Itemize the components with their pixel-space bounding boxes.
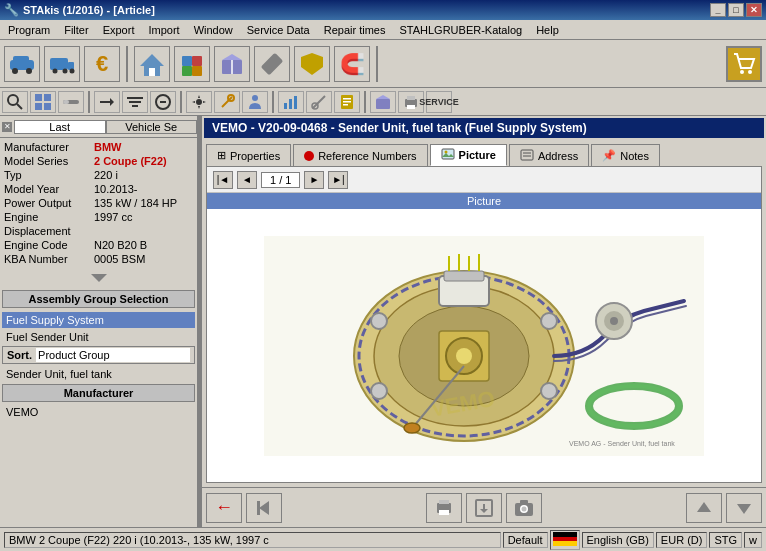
- tb2-grid-icon[interactable]: [30, 91, 56, 113]
- status-language: English (GB): [582, 532, 654, 548]
- power-label: Power Output: [4, 197, 94, 209]
- tab-reference-numbers[interactable]: Reference Numbers: [293, 144, 427, 166]
- tab-address[interactable]: Address: [509, 144, 589, 166]
- menu-help[interactable]: Help: [530, 22, 565, 38]
- vehicle-info: Manufacturer BMW Model Series 2 Coupe (F…: [0, 138, 197, 268]
- kba-label: KBA Number: [4, 253, 94, 265]
- toolbar-sep-2: [376, 46, 378, 82]
- tab-last[interactable]: Last: [14, 120, 106, 134]
- typ-value: 220 i: [94, 169, 118, 181]
- sort-value: Product Group: [36, 348, 190, 362]
- tb2-circle-icon[interactable]: [150, 91, 176, 113]
- tb2-sep-1: [88, 91, 90, 113]
- up-button[interactable]: [686, 493, 722, 523]
- fuel-sender-item[interactable]: Fuel Sender Unit: [0, 330, 197, 344]
- tb2-filter-icon[interactable]: [122, 91, 148, 113]
- camera-button[interactable]: [506, 493, 542, 523]
- toolbar-magnet-icon[interactable]: 🧲: [334, 46, 370, 82]
- vemo-item[interactable]: VEMO: [0, 404, 197, 420]
- minimize-button[interactable]: _: [710, 3, 726, 17]
- bottom-toolbar: ←: [202, 487, 766, 527]
- menu-program[interactable]: Program: [2, 22, 56, 38]
- tb2-book-icon[interactable]: [334, 91, 360, 113]
- product-image-svg: VEMO VEMO AG - Sender Unit, fuel tank: [264, 236, 704, 456]
- toolbar-package-icon[interactable]: [214, 46, 250, 82]
- tab-picture[interactable]: Picture: [430, 144, 507, 166]
- picture-nav-bar: |◄ ◄ 1 / 1 ► ►|: [207, 167, 761, 193]
- tb2-gear-icon[interactable]: [186, 91, 212, 113]
- svg-rect-92: [439, 500, 449, 504]
- tb2-tools-icon[interactable]: [306, 91, 332, 113]
- assembly-group-section: Assembly Group Selection: [2, 290, 195, 308]
- assembly-group-item[interactable]: Fuel Supply System: [2, 312, 195, 328]
- address-icon: [520, 149, 534, 163]
- menu-window[interactable]: Window: [188, 22, 239, 38]
- menu-repair-times[interactable]: Repair times: [318, 22, 392, 38]
- picture-section-label: Picture: [207, 193, 761, 209]
- svg-text:VEMO AG - Sender Unit, fuel ta: VEMO AG - Sender Unit, fuel tank: [569, 440, 675, 447]
- tb2-box-icon[interactable]: [370, 91, 396, 113]
- toolbar-car-icon[interactable]: [4, 46, 40, 82]
- menu-filter[interactable]: Filter: [58, 22, 94, 38]
- title-controls: _ □ ✕: [710, 3, 762, 17]
- toolbar-euro-icon[interactable]: €: [84, 46, 120, 82]
- german-flag-icon: [553, 532, 577, 546]
- toolbar-parts-icon[interactable]: [174, 46, 210, 82]
- svg-point-70: [541, 383, 557, 399]
- tab-properties-label: Properties: [230, 150, 280, 162]
- toolbar-cart-icon[interactable]: [726, 46, 762, 82]
- svg-point-8: [70, 68, 75, 73]
- menu-service-data[interactable]: Service Data: [241, 22, 316, 38]
- export-button[interactable]: [466, 493, 502, 523]
- model-year-label: Model Year: [4, 183, 94, 195]
- toolbar-shield-icon[interactable]: [294, 46, 330, 82]
- tb2-arrow-icon[interactable]: [94, 91, 120, 113]
- secondary-toolbar: SERVICE: [0, 88, 766, 116]
- tb2-service-icon[interactable]: SERVICE: [426, 91, 452, 113]
- toolbar-wrench-icon[interactable]: [254, 46, 290, 82]
- tab-properties[interactable]: ⊞ Properties: [206, 144, 291, 166]
- svg-rect-14: [192, 66, 202, 76]
- svg-point-2: [12, 68, 18, 74]
- down-button[interactable]: [726, 493, 762, 523]
- tab-vehicle-se[interactable]: Vehicle Se: [106, 120, 198, 134]
- menu-stahlgruber[interactable]: STAHLGRUBER-Katalog: [393, 22, 528, 38]
- svg-rect-56: [442, 149, 454, 159]
- model-year-value: 10.2013-: [94, 183, 137, 195]
- product-item[interactable]: Sender Unit, fuel tank: [0, 366, 197, 382]
- down-arrow-icon: [89, 270, 109, 286]
- back-button[interactable]: ←: [206, 493, 242, 523]
- nav-prev-btn[interactable]: ◄: [237, 171, 257, 189]
- menu-export[interactable]: Export: [97, 22, 141, 38]
- menu-import[interactable]: Import: [142, 22, 185, 38]
- engine-code-value: N20 B20 B: [94, 239, 147, 251]
- tb2-search-icon[interactable]: [2, 91, 28, 113]
- tb2-key-icon[interactable]: [214, 91, 240, 113]
- tab-ref-label: Reference Numbers: [318, 150, 416, 162]
- toolbar-truck-icon[interactable]: [44, 46, 80, 82]
- status-currency: EUR (D): [656, 532, 708, 548]
- print-button[interactable]: [426, 493, 462, 523]
- svg-rect-32: [127, 97, 143, 99]
- tab-notes[interactable]: 📌 Notes: [591, 144, 660, 166]
- close-button[interactable]: ✕: [746, 3, 762, 17]
- nav-next-btn[interactable]: ►: [304, 171, 324, 189]
- svg-marker-96: [480, 509, 488, 513]
- svg-point-21: [748, 70, 752, 74]
- tb2-pipe-icon[interactable]: [58, 91, 84, 113]
- manufacturer-section: Manufacturer: [2, 384, 195, 402]
- title-bar: 🔧 STAkis (1/2016) - [Article] _ □ ✕: [0, 0, 766, 20]
- tb2-chart-icon[interactable]: [278, 91, 304, 113]
- panel-close-btn[interactable]: ✕: [2, 122, 12, 132]
- right-panel: VEMO - V20-09-0468 - Sender Unit, fuel t…: [202, 116, 766, 527]
- svg-rect-27: [44, 103, 51, 110]
- nav-last-btn[interactable]: ►|: [328, 171, 348, 189]
- svg-point-69: [371, 383, 387, 399]
- maximize-button[interactable]: □: [728, 3, 744, 17]
- svg-marker-31: [110, 98, 114, 106]
- left-arrow-button[interactable]: [246, 493, 282, 523]
- toolbar-home-icon[interactable]: [134, 46, 170, 82]
- nav-first-btn[interactable]: |◄: [213, 171, 233, 189]
- tab-content-area: |◄ ◄ 1 / 1 ► ►| Picture: [206, 166, 762, 483]
- tb2-person-icon[interactable]: [242, 91, 268, 113]
